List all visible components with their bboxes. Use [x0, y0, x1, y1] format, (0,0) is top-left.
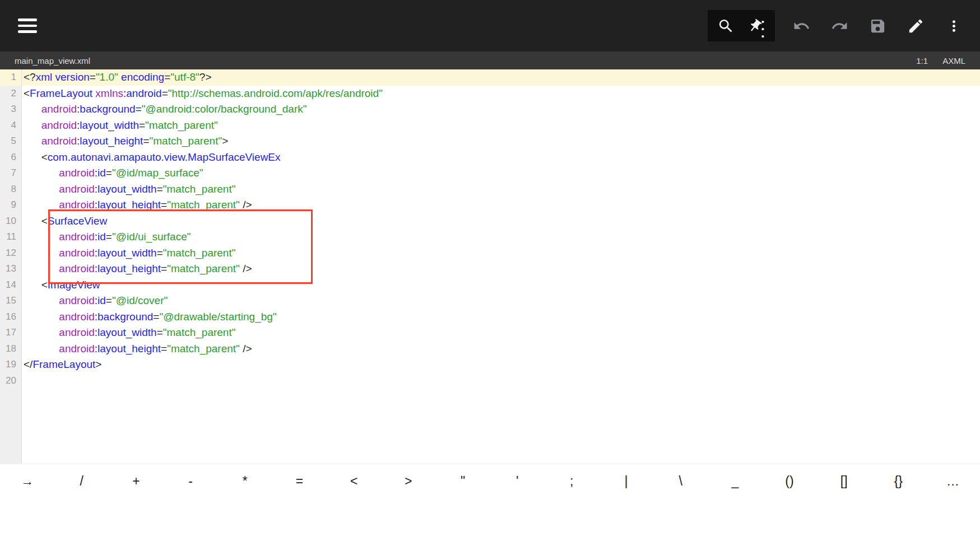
line-number: 1: [0, 69, 21, 86]
symbol-key[interactable]: …: [926, 464, 980, 498]
code-line[interactable]: android:id="@id/map_surface": [22, 165, 980, 181]
menu-icon[interactable]: [15, 12, 41, 39]
file-bar-right: 1:1 AXML: [916, 56, 965, 66]
code-line[interactable]: android:id="@id/ui_surface": [22, 229, 980, 245]
symbol-key[interactable]: >: [381, 464, 435, 498]
toolbar-actions: •••: [708, 8, 970, 44]
edit-icon[interactable]: [899, 8, 932, 44]
line-number: 17: [0, 325, 21, 341]
code-line[interactable]: android:layout_height="match_parent" />: [22, 341, 980, 357]
menu-bar: [18, 25, 37, 27]
pin-icon[interactable]: •••: [740, 8, 772, 44]
line-number: 14: [0, 277, 21, 293]
line-number: 2: [0, 86, 21, 102]
line-number: 20: [0, 373, 21, 389]
symbol-row: →/+-*=<>"';|\_()[]{}…: [0, 464, 980, 498]
top-toolbar: •••: [0, 0, 980, 52]
code-line[interactable]: android:layout_height="match_parent" />: [22, 197, 980, 213]
symbol-key[interactable]: ": [435, 464, 490, 498]
line-number: 18: [0, 341, 21, 357]
symbol-key[interactable]: {}: [871, 464, 926, 498]
code-line[interactable]: <SurfaceView: [22, 213, 980, 230]
line-number: 10: [0, 213, 21, 230]
symbol-key[interactable]: \: [653, 464, 708, 498]
line-number: 4: [0, 118, 21, 134]
symbol-key[interactable]: -: [164, 464, 218, 498]
line-number: 6: [0, 150, 21, 166]
line-number: 12: [0, 245, 21, 262]
symbol-key[interactable]: |: [599, 464, 653, 498]
code-line[interactable]: android:background="@android:color/backg…: [22, 101, 980, 118]
line-number-gutter: 1234567891011121314151617181920: [0, 69, 22, 464]
symbol-key[interactable]: +: [109, 464, 163, 498]
undo-glyph: [793, 17, 810, 35]
symbol-key[interactable]: (): [762, 464, 816, 498]
line-number: 9: [0, 197, 21, 213]
edit-glyph: [907, 17, 925, 35]
code-line[interactable]: android:layout_width="match_parent": [22, 118, 980, 134]
file-name: main_map_view.xml: [15, 56, 90, 66]
code-line[interactable]: [22, 373, 980, 389]
menu-bar: [18, 30, 37, 33]
code-line[interactable]: android:layout_width="match_parent": [22, 181, 980, 198]
overflow-menu-icon[interactable]: [937, 8, 970, 44]
search-pin-group: •••: [708, 10, 775, 41]
code-line[interactable]: android:layout_height="match_parent">: [22, 133, 980, 150]
code-line[interactable]: android:layout_width="match_parent": [22, 325, 980, 341]
symbol-key[interactable]: <: [327, 464, 381, 498]
redo-glyph: [831, 17, 848, 35]
symbol-bar: →/+-*=<>"';|\_()[]{}…: [0, 464, 980, 551]
symbol-key[interactable]: []: [817, 464, 871, 498]
symbol-key[interactable]: *: [218, 464, 272, 498]
code-line[interactable]: android:id="@id/cover": [22, 293, 980, 309]
line-number: 7: [0, 165, 21, 181]
menu-bar: [18, 18, 37, 21]
code-line[interactable]: android:layout_width="match_parent": [22, 245, 980, 262]
code-line[interactable]: <com.autonavi.amapauto.view.MapSurfaceVi…: [22, 150, 980, 166]
symbol-key[interactable]: →: [0, 464, 54, 498]
file-bar: main_map_view.xml 1:1 AXML: [0, 52, 980, 69]
symbol-key[interactable]: =: [272, 464, 327, 498]
line-number: 15: [0, 293, 21, 309]
undo-icon[interactable]: [785, 8, 818, 44]
code-line[interactable]: <ImageView: [22, 277, 980, 293]
line-number: 16: [0, 309, 21, 325]
line-number: 11: [0, 229, 21, 245]
editor-app: ••• main_map_view.xml 1:1 AXML: [0, 0, 980, 551]
symbol-key[interactable]: ': [490, 464, 545, 498]
code-line[interactable]: android:background="@drawable/starting_b…: [22, 309, 980, 325]
search-glyph: [717, 17, 735, 35]
line-number: 13: [0, 261, 21, 277]
code-line[interactable]: <FrameLayout xmlns:android="http://schem…: [22, 86, 980, 102]
code-editor[interactable]: 1234567891011121314151617181920 <?xml ve…: [0, 69, 980, 464]
cursor-position: 1:1: [916, 56, 928, 66]
code-area[interactable]: <?xml version="1.0" encoding="utf-8"?><F…: [22, 69, 980, 464]
file-format-badge: AXML: [942, 56, 965, 66]
search-icon[interactable]: [711, 8, 740, 44]
line-number: 8: [0, 181, 21, 198]
line-number: 5: [0, 133, 21, 150]
code-line[interactable]: <?xml version="1.0" encoding="utf-8"?>: [22, 69, 980, 86]
line-number: 19: [0, 357, 21, 373]
code-line[interactable]: </FrameLayout>: [22, 357, 980, 373]
redo-icon[interactable]: [823, 8, 856, 44]
symbol-key[interactable]: _: [708, 464, 762, 498]
save-icon[interactable]: [861, 8, 894, 44]
save-glyph: [869, 17, 886, 35]
line-number: 3: [0, 101, 21, 118]
code-line[interactable]: android:layout_height="match_parent" />: [22, 261, 980, 277]
symbol-key[interactable]: ;: [545, 464, 599, 498]
symbol-key[interactable]: /: [54, 464, 109, 498]
overflow-glyph: [945, 17, 963, 35]
